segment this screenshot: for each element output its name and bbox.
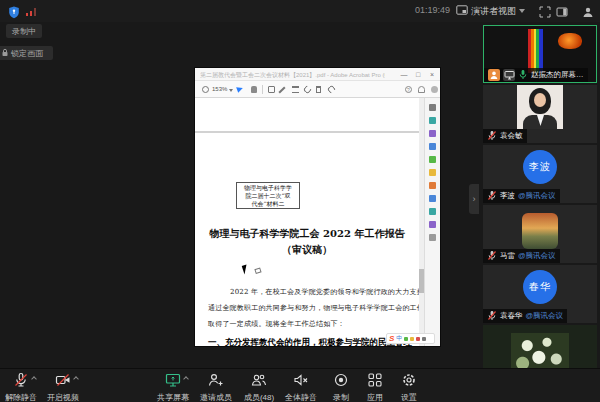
participant-name-row: 袁春华@腾讯会议 (483, 309, 567, 323)
screen-share-icon (503, 69, 515, 81)
settings-button[interactable]: 设置 (386, 372, 432, 402)
hand-tool-icon[interactable] (251, 86, 257, 93)
members-button[interactable]: 成员(48) (236, 372, 282, 402)
participant-suffix: @腾讯会议 (518, 191, 556, 201)
mic-muted-icon (487, 250, 497, 263)
pin-icon (1, 48, 9, 59)
body-line: 取得了一定成绩。现将全年工作总结如下： (208, 319, 345, 329)
minimize-button[interactable]: — (398, 69, 410, 80)
share-thumbnail-spectrum (528, 29, 543, 73)
meeting-app: { "topbar": { "timer": "01:19:49", "view… (0, 0, 600, 402)
help-icon[interactable]: ? (405, 86, 412, 93)
document-subtitle: （审议稿） (195, 243, 419, 257)
participant-tile[interactable]: 李波 李波@腾讯会议 (483, 145, 597, 203)
recording-badge: 录制中 (6, 24, 42, 38)
acrobat-titlebar: 第二届教代会暨工会二次会议材料【2021】.pdf - Adobe Acroba… (195, 68, 440, 81)
participant-suffix: @腾讯会议 (526, 311, 564, 321)
avatar-image (522, 213, 558, 249)
close-button[interactable]: × (426, 69, 438, 80)
mute-all-icon (293, 372, 309, 388)
participant-name-row: 赵振杰的屏幕… (484, 68, 588, 82)
redo-icon[interactable] (327, 85, 337, 95)
acrobat-tools-rail[interactable] (424, 98, 440, 346)
mic-muted-icon (487, 190, 497, 203)
participant-name: 马雷 (500, 251, 515, 261)
view-mode-switcher[interactable]: 演讲者视图 (456, 3, 525, 19)
speaker-view-icon (456, 4, 468, 18)
pdf-page: 物理与电子科学学 院二届十二次“双 代会”材料二 物理与电子科学学院工会 202… (195, 98, 419, 346)
chevron-down-icon (519, 9, 525, 13)
ime-toolbar[interactable]: S 中 (386, 333, 435, 344)
fullscreen-icon[interactable] (539, 4, 553, 18)
submenu-chevron-icon[interactable] (31, 376, 37, 382)
network-signal-icon (26, 7, 40, 16)
share-thumbnail-highlight (558, 33, 582, 49)
participant-tile[interactable]: 袁会敏 (483, 85, 597, 143)
avatar: 李波 (523, 150, 557, 184)
mic-muted-icon (487, 130, 497, 143)
apps-grid-icon (367, 372, 383, 388)
zoom-level[interactable]: 153% (212, 86, 227, 92)
meeting-topbar: 01:19:49 演讲者视图 (0, 0, 600, 22)
meeting-timer: 01:19:49 (408, 5, 450, 15)
acrobat-toolbar: 153% ? (195, 81, 440, 98)
comment-icon[interactable] (268, 86, 275, 93)
share-screen-button[interactable]: 共享屏幕 (150, 372, 196, 402)
participant-name: 李波 (500, 191, 515, 201)
maximize-button[interactable]: □ (412, 69, 424, 80)
unmute-button[interactable]: 解除静音 (0, 372, 44, 402)
page-nav-icon[interactable] (202, 86, 209, 93)
submenu-chevron-icon[interactable] (183, 376, 189, 382)
share-screen-icon (165, 372, 181, 388)
account-avatar-icon[interactable] (431, 86, 438, 93)
stamp-icon[interactable] (292, 86, 299, 93)
section-heading-clipped: 一、充分发挥教代会的作用，积极参与学院的民主管理 (208, 337, 412, 346)
acrobat-window: 第二届教代会暨工会二次会议材料【2021】.pdf - Adobe Acroba… (195, 68, 440, 346)
body-line: 2022 年，在校工会及学院党委的领导和学院行政的大力支持下， (230, 287, 419, 297)
participant-name: 袁会敏 (500, 131, 523, 141)
document-title: 物理与电子科学学院工会 2022 年工作报告 (195, 227, 419, 241)
avatar: 春华 (523, 270, 557, 304)
security-shield-icon[interactable] (8, 5, 20, 23)
ime-mode[interactable]: 中 (396, 334, 402, 343)
submenu-chevron-icon[interactable] (73, 376, 79, 382)
trash-icon[interactable] (316, 86, 321, 93)
toolbar-divider (262, 85, 263, 94)
invite-person-icon (208, 372, 224, 388)
mic-muted-icon (487, 310, 497, 323)
body-line: 通过全院教职工的共同参与和努力，物理与电子科学学院工会的工作 (208, 303, 419, 313)
pencil-icon[interactable] (278, 86, 285, 93)
participant-name: 赵振杰的屏幕… (531, 70, 584, 80)
invite-button[interactable]: 邀请成员 (193, 372, 239, 402)
page-top-edge (195, 131, 419, 133)
gear-icon (401, 372, 417, 388)
meeting-bottombar: 解除静音 开启视频 共享屏幕 邀请成员 成员(48) 全体静音 录制 应用 设置… (0, 368, 600, 402)
zoom-caret-icon[interactable] (229, 89, 233, 92)
record-icon (333, 372, 349, 388)
sidebar-toggle-icon[interactable] (556, 4, 570, 18)
view-mode-label: 演讲者视图 (471, 5, 516, 18)
bell-icon[interactable] (418, 86, 425, 93)
participant-name: 袁春华 (500, 311, 523, 321)
participant-suffix: @腾讯会议 (518, 251, 556, 261)
ime-logo[interactable]: S (389, 334, 394, 343)
participant-name-row: 袁会敏 (483, 129, 527, 143)
participant-name-row: 马雷@腾讯会议 (483, 249, 560, 263)
mouse-cursor (242, 264, 250, 274)
rotate-icon[interactable] (303, 85, 313, 95)
lock-screen-button[interactable]: 锁定画面 (0, 46, 53, 60)
participant-tile[interactable]: 春华 袁春华@腾讯会议 (483, 265, 597, 323)
participant-tile[interactable]: 马雷@腾讯会议 (483, 205, 597, 263)
participant-name-row: 李波@腾讯会议 (483, 189, 560, 203)
camera-off-icon (55, 372, 71, 388)
select-tool-icon[interactable] (236, 85, 244, 93)
participant-video (517, 85, 563, 129)
acrobat-window-title: 第二届教代会暨工会二次会议材料【2021】.pdf - Adobe Acroba… (200, 71, 385, 80)
participant-tile-sharer[interactable]: 赵振杰的屏幕… (483, 25, 597, 83)
members-icon (251, 372, 267, 388)
start-video-button[interactable]: 开启视频 (40, 372, 86, 402)
participants-icon[interactable] (582, 4, 596, 18)
mic-on-icon (518, 69, 528, 82)
host-icon (488, 69, 500, 81)
sidebar-collapse-tab[interactable]: › (469, 184, 479, 214)
